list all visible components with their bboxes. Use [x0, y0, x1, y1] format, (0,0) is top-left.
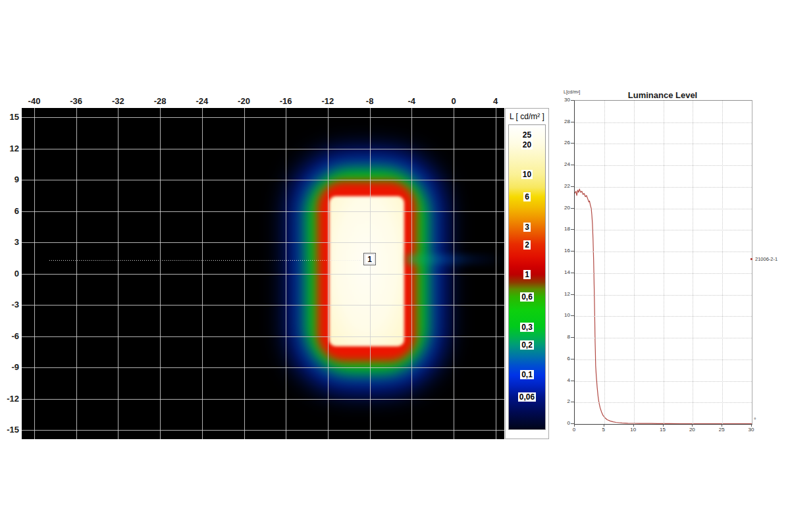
y-tick-mark — [571, 186, 574, 187]
colorbar-label-value: 10 — [521, 170, 533, 179]
gridline-horizontal — [22, 274, 504, 275]
y-tick-mark — [571, 359, 574, 359]
legend-marker-icon — [750, 258, 752, 260]
y-tick-mark — [571, 143, 574, 144]
colorbar-label: 10 — [506, 168, 548, 180]
y-tick-label: -12 — [0, 394, 19, 404]
y-tick-label: 4 — [553, 377, 570, 383]
colorbar-label-value: 2 — [523, 240, 531, 250]
colorbar-label: 0,2 — [506, 338, 548, 350]
gridline-vertical — [664, 101, 664, 424]
x-tick-mark — [751, 424, 752, 427]
y-tick-label: 10 — [553, 312, 570, 318]
y-tick-label: 24 — [553, 161, 570, 167]
x-tick-mark — [722, 424, 722, 427]
y-tick-mark — [571, 229, 574, 230]
x-tick-mark — [663, 424, 664, 427]
x-tick-mark — [692, 424, 693, 427]
y-tick-label: 18 — [553, 226, 570, 232]
x-tick-label: 25 — [719, 427, 725, 433]
x-tick-label: 5 — [602, 427, 605, 433]
y-tick-label: 0 — [553, 420, 570, 426]
colorbar-label: 20 — [506, 138, 548, 150]
chart-title: Luminance Level — [574, 90, 751, 100]
colorbar-label-value: 20 — [521, 140, 533, 149]
y-tick-label: 3 — [0, 237, 19, 247]
y-tick-label: 20 — [553, 205, 570, 211]
x-tick-label: 4 — [493, 96, 498, 106]
colorbar-label: 2 — [506, 238, 548, 250]
y-tick-label: 14 — [553, 269, 570, 275]
x-tick-label: -4 — [408, 96, 416, 106]
luminance-level-plot[interactable] — [574, 100, 752, 425]
y-tick-label: 16 — [553, 248, 570, 253]
gridline-horizontal — [22, 211, 504, 212]
colorbar-label: 0,6 — [506, 290, 548, 302]
y-tick-mark — [571, 337, 574, 338]
colorbar-label-value: 1 — [523, 270, 531, 279]
gridline-horizontal — [22, 242, 504, 243]
gridline-vertical — [722, 101, 723, 424]
gridline-horizontal — [22, 336, 504, 337]
y-tick-label: 6 — [0, 206, 19, 216]
x-tick-mark — [574, 424, 575, 427]
x-tick-label: -36 — [70, 96, 82, 106]
blob-side-streak — [407, 254, 504, 265]
x-tick-label: -28 — [154, 96, 167, 106]
y-tick-label: -6 — [0, 331, 19, 341]
gridline-horizontal — [22, 117, 504, 118]
y-tick-label: 0 — [0, 269, 19, 279]
x-tick-mark — [633, 424, 634, 427]
colorbar-label: 6 — [506, 190, 548, 202]
colorbar-label-value: 0,3 — [520, 323, 534, 332]
y-tick-label: -3 — [0, 300, 19, 309]
colorbar: L [ cd/m² ] 25201063210,60,30,20,10,06 — [505, 108, 549, 439]
y-tick-label: 12 — [0, 144, 19, 153]
colorbar-label-value: 0,2 — [520, 340, 534, 350]
y-tick-label: 8 — [553, 334, 570, 340]
gridline-vertical — [693, 101, 693, 424]
x-tick-label: 20 — [689, 427, 695, 433]
legend: 21006-2-1 — [750, 256, 777, 262]
x-tick-label: 0 — [451, 96, 456, 106]
gridline-horizontal — [22, 180, 504, 180]
x-tick-label: -20 — [238, 96, 250, 106]
x-tick-label: 15 — [660, 427, 666, 433]
y-tick-mark — [571, 165, 574, 165]
y-tick-mark — [571, 381, 574, 381]
y-tick-mark — [571, 122, 574, 122]
x-tick-label: -32 — [112, 96, 124, 106]
x-tick-mark — [604, 424, 604, 427]
y-tick-label: 28 — [553, 119, 570, 124]
colorbar-title: L [ cd/m² ] — [506, 112, 548, 121]
colorbar-label: 0,3 — [506, 321, 548, 332]
gridline-horizontal — [22, 367, 504, 368]
colorbar-label-value: 0,1 — [520, 370, 534, 379]
colorbar-label: 0,1 — [506, 368, 548, 380]
y-tick-label: 9 — [0, 174, 19, 184]
colorbar-label: 0,06 — [506, 390, 548, 402]
y-tick-label: 30 — [553, 97, 570, 103]
y-tick-label: 22 — [553, 183, 570, 189]
y-tick-mark — [571, 294, 574, 295]
colorbar-label-value: 0,06 — [518, 392, 536, 402]
gridline-horizontal — [22, 305, 504, 306]
x-tick-label: -16 — [280, 96, 292, 106]
y-tick-mark — [571, 100, 574, 101]
legend-label: 21006-2-1 — [755, 256, 777, 262]
luminance-map-plot[interactable]: 1 — [22, 108, 504, 439]
colorbar-label-value: 0,6 — [520, 292, 534, 302]
measure-point-marker[interactable]: 1 — [363, 253, 376, 265]
colorbar-label-value: 3 — [523, 223, 531, 232]
colorbar-label: 1 — [506, 268, 548, 280]
colorbar-label-value: 6 — [523, 192, 531, 201]
y-axis-unit-label: L[cd/m²] — [564, 90, 580, 94]
y-tick-label: 15 — [0, 112, 19, 122]
x-tick-label: -8 — [366, 96, 374, 106]
measure-line — [49, 260, 361, 261]
y-tick-label: -9 — [0, 362, 19, 372]
y-tick-label: 26 — [553, 140, 570, 146]
gridline-horizontal — [22, 399, 504, 400]
x-tick-label: -24 — [196, 96, 208, 106]
y-tick-mark — [571, 402, 574, 402]
